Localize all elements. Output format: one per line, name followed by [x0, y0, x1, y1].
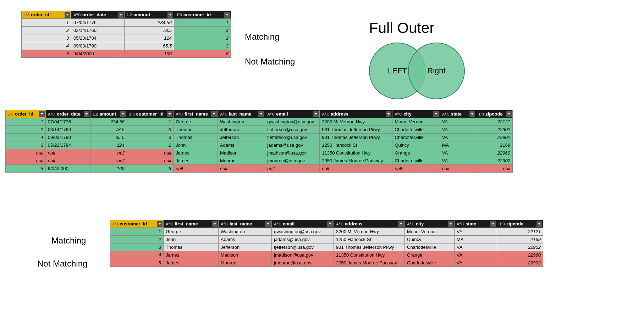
cell: Charlottesville — [405, 243, 455, 251]
column-header[interactable]: AᴮCaddress — [320, 110, 392, 118]
column-header[interactable]: AᴮCemail — [265, 110, 320, 118]
cell: Quincy — [392, 141, 440, 149]
cell: 124 — [125, 34, 174, 42]
column-header[interactable]: 1²3customer_id — [110, 220, 164, 228]
column-header[interactable]: AᴮCstate — [455, 220, 497, 228]
cell: 6 — [127, 165, 174, 173]
column-header[interactable]: 1²3order_id — [22, 11, 71, 19]
cell: VA — [455, 259, 497, 267]
column-header[interactable]: AᴮCemail — [272, 220, 334, 228]
dropdown-icon[interactable] — [536, 221, 542, 227]
type-icon: AᴮC — [457, 222, 464, 226]
column-header[interactable]: AᴮCfirst_name — [174, 110, 218, 118]
cell: 1 — [174, 19, 231, 27]
cell: 22960 — [476, 149, 513, 157]
column-header[interactable]: AᴮCcity — [405, 220, 455, 228]
dropdown-icon[interactable] — [167, 12, 173, 18]
dropdown-icon[interactable] — [398, 221, 404, 227]
cell: 3 — [174, 42, 231, 50]
cell: Mount Vernon — [392, 118, 440, 126]
column-header[interactable]: 1²3zipcode — [476, 110, 513, 118]
table-row: 5JamesMonroejmonroe@usa.gov2050 James Mo… — [110, 259, 543, 267]
cell: MA — [455, 236, 497, 243]
dropdown-icon[interactable] — [448, 221, 453, 227]
cell: 3 — [127, 126, 174, 134]
dropdown-icon[interactable] — [506, 111, 512, 117]
label-matching-top: Matching — [245, 32, 279, 42]
cell: 2050 James Monroe Parkway — [320, 157, 392, 165]
cell: Orange — [392, 149, 440, 157]
dropdown-icon[interactable] — [211, 111, 217, 117]
cell: 3 — [127, 134, 174, 141]
dropdown-icon[interactable] — [386, 111, 391, 117]
table-row: 305/23/17841242 — [22, 34, 231, 42]
cell: George — [174, 118, 218, 126]
column-header[interactable]: AᴮCorder_date — [71, 11, 125, 19]
dropdown-icon[interactable] — [212, 221, 218, 227]
column-header[interactable]: 1²3order_id — [6, 110, 46, 118]
column-header[interactable]: AᴮClast_name — [219, 220, 272, 228]
column-header[interactable]: 1²3customer_id — [127, 110, 174, 118]
cell: 22960 — [497, 251, 543, 259]
type-icon: 1²3 — [112, 222, 118, 226]
cell: Charlottesville — [392, 157, 440, 165]
type-icon: 1²3 — [8, 112, 13, 116]
cell: VA — [455, 243, 497, 251]
dropdown-icon[interactable] — [490, 221, 496, 227]
cell: VA — [440, 126, 476, 134]
dropdown-icon[interactable] — [167, 111, 172, 117]
column-header[interactable]: AᴮClast_name — [218, 110, 265, 118]
column-header[interactable]: AᴮCcity — [392, 110, 440, 118]
column-header[interactable]: AᴮCaddress — [334, 220, 405, 228]
type-icon: AᴮC — [274, 222, 281, 226]
dropdown-icon[interactable] — [433, 111, 439, 117]
cell: Thomas — [164, 243, 219, 251]
cell: null — [45, 149, 90, 157]
column-header[interactable]: AᴮCstate — [440, 110, 476, 118]
cell: Thomas — [174, 126, 218, 134]
cell: 234.56 — [125, 19, 174, 27]
cell: James — [164, 251, 219, 259]
dropdown-icon[interactable] — [313, 111, 319, 117]
dropdown-icon[interactable] — [469, 111, 475, 117]
column-header[interactable]: 1²3customer_id — [174, 11, 231, 19]
cell: null — [265, 165, 320, 173]
venn-left-label: LEFT — [388, 66, 407, 75]
cell: 234.56 — [90, 118, 127, 126]
dropdown-icon[interactable] — [84, 111, 89, 117]
dropdown-icon[interactable] — [258, 111, 264, 117]
cell: 05/23/1784 — [71, 34, 125, 42]
dropdown-icon[interactable] — [39, 111, 45, 117]
dropdown-icon[interactable] — [327, 221, 333, 227]
table-row: 4JamesMadisonjmadison@usa.gov11350 Const… — [110, 251, 543, 259]
cell: null — [320, 165, 392, 173]
cell: James — [164, 259, 219, 267]
cell: 11350 Constitution Hwy — [320, 149, 392, 157]
column-header[interactable]: 1.2amount — [125, 11, 174, 19]
cell: 1250 Hancock St — [334, 236, 405, 243]
cell: 3 — [6, 141, 46, 149]
dropdown-icon[interactable] — [224, 12, 230, 18]
table-row: 107/04/1776234.561GeorgeWashingtongwashi… — [6, 118, 513, 126]
dropdown-icon[interactable] — [120, 111, 126, 117]
cell: 22121 — [497, 228, 543, 236]
cell: 07/04/1776 — [71, 19, 125, 27]
column-header[interactable]: 1²3zipcode — [497, 220, 543, 228]
column-header[interactable]: AᴮCfirst_name — [164, 220, 219, 228]
column-header[interactable]: 1.2amount — [90, 110, 127, 118]
column-header[interactable]: AᴮCorder_date — [45, 110, 90, 118]
cell: Charlottesville — [405, 259, 455, 267]
cell: Washington — [218, 118, 265, 126]
dropdown-icon[interactable] — [118, 12, 123, 18]
dropdown-icon[interactable] — [265, 221, 271, 227]
cell: Madison — [219, 251, 272, 259]
table-row: 203/14/176078.53 — [22, 27, 231, 34]
diagram-title: Full Outer — [369, 19, 434, 37]
cell: Madison — [218, 149, 265, 157]
dropdown-icon[interactable] — [65, 12, 70, 18]
dropdown-icon[interactable] — [157, 221, 163, 227]
cell: 05/23/1784 — [45, 141, 90, 149]
type-icon: AᴮC — [176, 112, 183, 116]
cell: jadams@usa.gov — [265, 141, 320, 149]
cell: VA — [455, 251, 497, 259]
